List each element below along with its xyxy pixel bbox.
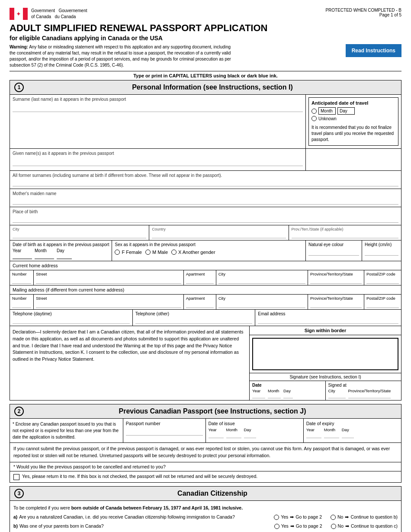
travel-unknown-radio[interactable] <box>311 116 317 121</box>
section3-content: To be completed if you were born outside… <box>10 501 401 532</box>
travel-day-box: Day <box>337 107 355 115</box>
section3-header: 3 Canadian Citizenship <box>10 486 401 501</box>
enclose-text: * Enclose any Canadian passport issued t… <box>10 419 123 442</box>
section1-content: Surname (last name) as it appears in the… <box>10 95 401 401</box>
signature-area[interactable] <box>252 338 398 370</box>
passport-number-field: Passport number <box>123 419 206 442</box>
would-you-text: * Would you like the previous passport t… <box>10 462 401 471</box>
question-a-row: a) Are you a naturalized Canadian, i.e. … <box>13 513 398 521</box>
section3-number: 3 <box>14 489 24 498</box>
sex-female-radio[interactable] <box>115 250 120 255</box>
qb-no-radio[interactable] <box>331 524 336 529</box>
surname-label: Surname (last name) as it appears in the… <box>13 97 303 102</box>
yes-return-checkbox[interactable] <box>13 474 19 480</box>
qb-yes-radio[interactable] <box>274 524 279 529</box>
warning-text: Warning: Any false or misleading stateme… <box>10 44 234 68</box>
travel-date-radio[interactable] <box>311 109 317 114</box>
place-of-birth-field: Place of birth <box>10 207 401 225</box>
sex-male-radio[interactable] <box>145 250 151 255</box>
former-surnames-field: All former surnames (including surname a… <box>10 171 401 189</box>
prov-label: Prov./Terr./State (if applicable) <box>292 227 398 231</box>
section1-title: Personal Information (see Instructions, … <box>28 83 397 91</box>
height-section: Height (cm/in) <box>362 240 401 261</box>
date-expiry-field: Date of expiry Year Month Day <box>304 419 401 442</box>
dob-section: Date of birth as it appears in the previ… <box>10 240 112 261</box>
qa-yes-radio[interactable] <box>274 515 279 520</box>
anticipated-panel: Anticipated date of travel Month Day Unk… <box>306 95 401 148</box>
declaration-section: Declaration—I solemnly declare that I am… <box>10 326 401 400</box>
protected-label: PROTECTED WHEN COMPLETED - B Page 1 of 5 <box>325 8 401 17</box>
section2-header: 2 Previous Canadian Passport (see Instru… <box>10 404 401 419</box>
type-instruction: Type or print in CAPITAL LETTERS using b… <box>10 71 401 78</box>
city-label: City <box>13 227 146 231</box>
travel-month-box: Month <box>318 107 336 115</box>
eye-colour-section: Natural eye colour <box>306 240 362 261</box>
declaration-text: Declaration—I solemnly declare that I am… <box>13 329 243 362</box>
read-instructions-button[interactable]: Read Instructions <box>346 44 401 57</box>
section1-number: 1 <box>14 83 24 92</box>
section2-content: * Enclose any Canadian passport issued t… <box>10 419 401 483</box>
mailing-address-row: Number Street Apartment City Province/Te… <box>10 295 401 310</box>
current-home-label: Current home address <box>10 261 401 270</box>
section2-number: 2 <box>14 407 24 416</box>
recommended-text: It is recommended that you do not finali… <box>311 125 395 143</box>
question-b-row: b) Was one of your parents born in Canad… <box>13 522 398 530</box>
main-title: ADULT SIMPLIFIED RENEWAL PASSPORT APPLIC… <box>10 22 401 34</box>
government-name: Government Gouvernement of Canada du Can… <box>31 8 87 20</box>
given-names-label: Given name(s) as it appears in the previ… <box>13 151 303 156</box>
date-issue-field: Date of issue Year Month Day <box>206 419 304 442</box>
travel-unknown-label: Unknown <box>318 116 337 121</box>
section2-title: Previous Canadian Passport (see Instruct… <box>28 407 397 415</box>
qa-no-radio[interactable] <box>331 515 336 520</box>
sex-section: Sex as it appears in the previous passpo… <box>112 240 306 261</box>
canada-flag-icon: ✦ <box>10 8 28 20</box>
sig-instructions-label: Signature (see Instructions, section I) <box>250 373 401 381</box>
cannot-submit-text: If you cannot submit the previous passpo… <box>10 443 401 462</box>
current-address-row: Number Street Apartment City Province/Te… <box>10 270 401 285</box>
yes-return-row: Yes, please return it to me. If this box… <box>10 471 401 482</box>
sub-title: for eligible Canadians applying in Canad… <box>10 35 401 42</box>
sign-within-border-label: Sign within border <box>250 326 401 335</box>
tel-email-section: Telephone (daytime) Telephone (other) Em… <box>10 310 401 326</box>
mothers-maiden-field: Mother's maiden name <box>10 189 401 207</box>
country-label: Country <box>152 227 286 231</box>
sex-other-radio[interactable] <box>171 250 177 255</box>
section3-title: Canadian Citizenship <box>28 490 397 497</box>
section1-header: 1 Personal Information (see Instructions… <box>10 80 401 95</box>
signature-section: Sign within border Signature (see Instru… <box>250 326 401 400</box>
born-outside-text: To be completed if you were born outside… <box>13 504 398 512</box>
mailing-label: Mailing address (if different from curre… <box>10 285 401 295</box>
